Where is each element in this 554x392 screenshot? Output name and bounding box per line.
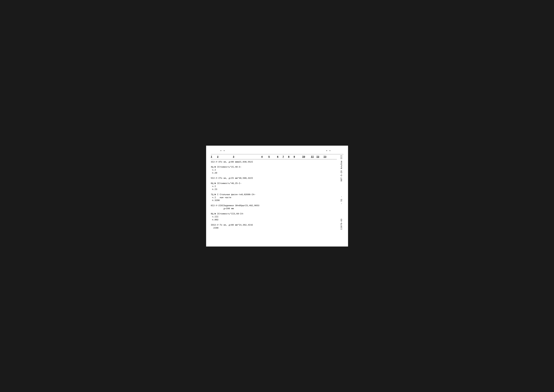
table-row: 6Ц.№ I ч.I п.I3Стоимость"40,25–I– (211, 181, 337, 192)
row8-col5: I (239, 224, 240, 227)
row7-col4: " (230, 212, 231, 216)
row2-col9: I,40 (233, 166, 237, 169)
row4-col12: I (239, 182, 240, 185)
row3-col4: " (238, 177, 239, 180)
row7-col1: 9 (211, 212, 212, 216)
row4-col9: 0,25 (233, 182, 237, 185)
dot-right-1: • (326, 150, 327, 152)
header-col9: 9 (294, 155, 302, 159)
row7-col3: Стоимость (218, 212, 230, 216)
header-col1: I (211, 155, 217, 159)
row4-col2: Ц.№ I ч.I п.I3 (212, 182, 219, 191)
table-row: 5I2-У-IТо же, д=I5 мм"40,580,322I (211, 175, 337, 181)
right-dots: • • (326, 150, 331, 152)
row5-col5: 0,02 (241, 193, 247, 196)
header-col11: II (311, 155, 317, 159)
row3-col1: 5 (211, 177, 212, 180)
row4-col10: – (238, 182, 239, 185)
row3-col5: 4 (239, 177, 240, 180)
row6-col4: шт (243, 204, 245, 207)
header-col8: 8 (288, 155, 294, 159)
row5-col9: 696 (247, 193, 250, 196)
row8-col2: I2-У- 2I90 (213, 224, 220, 230)
row1-col2: I2-У-3 (212, 161, 220, 164)
row6-col10: 2,96 (252, 204, 257, 207)
page: • • • • I 2 3 4 5 6 7 8 9 IO II (206, 146, 348, 246)
row7-col5: I (231, 212, 233, 216)
row4-col13: – (240, 182, 241, 185)
table-row: IOI2-У- 2I90То же, д=80 мм"I4,362,4I42 (211, 222, 337, 231)
table-row: 4Ц.№ I ч.I п.20Стоимость"2I,40–3– (211, 164, 337, 175)
row6-col9: 5,40 (247, 204, 252, 207)
header-col7: 7 (283, 155, 288, 159)
row4-col4: " (230, 182, 231, 185)
row3-col12: 2 (250, 177, 252, 180)
row1-col9: I,03 (240, 161, 245, 164)
row1-col1: 3 (211, 161, 212, 164)
row7-col13: – (243, 212, 244, 216)
row1-col10: 0,55 (245, 161, 250, 164)
dot-right-2: • (329, 150, 331, 152)
row8-col9: 4,36 (240, 224, 245, 227)
row4-col3: Стоимость (218, 182, 230, 185)
table-row: 8I2-У-2I9IЗадвижки 30ч6бр д=I00 ммштI5,4… (211, 203, 337, 211)
row1-col4: м (238, 161, 239, 164)
row3-col13: I (252, 177, 253, 180)
row1-col3: То же, д=80 мм (220, 161, 237, 164)
row8-col10: 2,4I (245, 224, 250, 227)
side-label-bottom: I2070-03 (340, 219, 343, 230)
row5-col13: – (254, 193, 256, 196)
row2-col5: 2 (231, 166, 233, 169)
header-col12: I2 (317, 155, 324, 159)
table-row: 9Ц.№ I ч.III п.802Стоимость"II3,60–I4– (211, 211, 337, 222)
row4-col5: 4 (231, 182, 233, 185)
row1-col5: 2 (239, 161, 240, 164)
row2-col2: Ц.№ I ч.I п.20 (212, 166, 219, 175)
header-row: I 2 3 4 5 6 7 8 9 IO II I2 I3 (211, 154, 337, 159)
row6-col1: 8 (211, 204, 212, 207)
row3-col3: То же, д=I5 мм (220, 177, 237, 180)
row7-col9: I3,60 (233, 212, 239, 216)
row3-col9: 0,58 (240, 177, 245, 180)
header-col6: 6 (277, 155, 283, 159)
header-col2: 2 (217, 155, 233, 159)
row7-col12: I4 (240, 212, 243, 216)
row1-col12: 2 (250, 161, 252, 164)
row2-col12: 3 (239, 166, 240, 169)
row2-col10: – (238, 166, 239, 169)
row8-col12: 4 (250, 224, 252, 227)
row2-col13: – (240, 166, 241, 169)
header-col5: 5 (268, 155, 277, 159)
row5-col2: Ц.№ I ч.I п.3296 (212, 193, 220, 202)
row5-col3: Стальные фасон- ные части (220, 193, 239, 199)
side-label-top: 90Т-5-29 Альбом III (340, 155, 343, 182)
table-row: 3I2-У-3То же, д=80 ммм2I,030,552I (211, 159, 337, 165)
dot-left-1: • (220, 150, 221, 152)
header-col3: 3 (233, 155, 261, 159)
row7-col10: – (239, 212, 240, 216)
row8-col13: 2 (252, 224, 253, 227)
row6-col12: 5 (257, 204, 258, 207)
data-table: I 2 3 4 5 6 7 8 9 IO II I2 I3 3I2-У-3То … (211, 154, 340, 231)
row2-col1: 4 (211, 166, 212, 169)
row5-col12: I4 (252, 193, 254, 196)
row8-col1: IO (211, 224, 213, 227)
row4-col1: 6 (211, 182, 212, 185)
header-col13: I3 (324, 155, 331, 159)
row3-col10: 0,32 (245, 177, 250, 180)
row8-col3: То же, д=80 мм (220, 224, 237, 227)
row3-col2: I2-У-I (212, 177, 220, 180)
row5-col4: тн (239, 193, 241, 196)
row6-col3: Задвижки 30ч6бр д=I00 мм (224, 204, 243, 210)
row6-col5: I (245, 204, 247, 207)
row2-col3: Стоимость (218, 166, 230, 169)
row7-col2: Ц.№ I ч.III п.802 (212, 212, 219, 221)
top-dots: • • • • (211, 149, 343, 153)
row2-col4: " (230, 166, 231, 169)
table-row: 7Ц.№ I ч.I п.3296Стальные фасон- ные час… (211, 192, 337, 203)
row8-col4: " (238, 224, 239, 227)
left-dots: • • (220, 150, 225, 152)
row5-col10: – (250, 193, 252, 196)
header-col10: IO (302, 155, 311, 159)
rows-container: 3I2-У-3То же, д=80 ммм2I,030,552I4Ц.№ I … (211, 159, 337, 231)
